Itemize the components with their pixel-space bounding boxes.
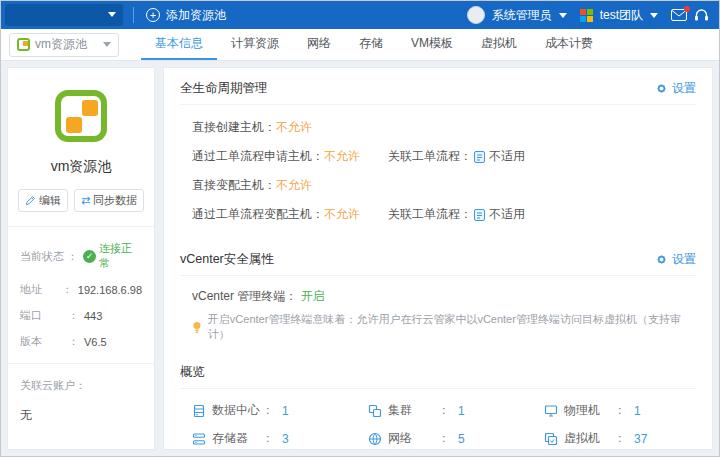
port-value: 443 <box>84 310 102 322</box>
section-title: 概览 <box>180 364 205 381</box>
edit-button[interactable]: 编辑 <box>18 189 68 212</box>
version-row: 版本 ： V6.5 <box>20 334 142 349</box>
vmware-pool-logo <box>55 90 107 142</box>
terminal-tip: 开启vCenter管理终端意味着：允许用户在行云管家中以vCenter管理终端访… <box>192 312 696 342</box>
vm-icon <box>544 432 558 446</box>
overview-count[interactable]: 1 <box>634 404 641 418</box>
divider <box>133 7 134 23</box>
overview-item-network: 网络：5 <box>368 430 544 447</box>
sync-data-button[interactable]: ⇄ 同步数据 <box>74 189 144 212</box>
lifecycle-row: 通过工单流程申请主机：不允许 关联工单流程： 不适用 <box>192 148 696 165</box>
cluster-icon <box>368 404 382 418</box>
storage-icon <box>192 432 206 446</box>
chevron-down-icon[interactable] <box>650 13 658 18</box>
tab-compute[interactable]: 计算资源 <box>217 29 293 60</box>
lifecycle-row: 直接变配主机：不允许 <box>192 177 696 194</box>
policy-value: 不允许 <box>324 148 360 165</box>
overview-count[interactable]: 3 <box>282 432 289 446</box>
overview-count[interactable]: 5 <box>458 432 465 446</box>
policy-value: 不允许 <box>324 206 360 223</box>
address-row: 地址 ： 192.168.6.98 <box>20 282 142 297</box>
pool-mini-icon <box>17 38 30 51</box>
add-pool-label: 添加资源池 <box>166 7 226 24</box>
team-icon <box>580 9 593 22</box>
security-settings-button[interactable]: 设置 <box>655 251 696 268</box>
pool-selector-value: vm资源池 <box>35 36 98 53</box>
overview-grid: 数据中心：1 集群：1 物理机：1 存储器：3 <box>192 402 696 450</box>
page-body: vm资源池 编辑 ⇄ 同步数据 当前状态 ： ✓ 连接正常 地址 <box>1 61 719 456</box>
add-pool-button[interactable]: + 添加资源池 <box>146 7 226 24</box>
team-menu[interactable]: test团队 <box>600 7 643 24</box>
navbar: vm资源池 基本信息 计算资源 网络 存储 VM模板 虚拟机 成本计费 <box>1 29 719 61</box>
workflow-value: 不适用 <box>489 206 525 223</box>
datacenter-icon <box>192 404 206 418</box>
vcenter-security-section: vCenter安全属性 设置 vCenter 管理终端： 开启 开启vCente… <box>180 243 696 352</box>
app-window: + 添加资源池 系统管理员 test团队 vm资源池 <box>0 0 720 457</box>
plus-circle-icon: + <box>146 8 160 22</box>
cloud-account-value: 无 <box>20 407 142 424</box>
lifecycle-row: 通过工单流程变配主机：不允许 关联工单流程： 不适用 <box>192 206 696 223</box>
pencil-icon <box>25 195 36 206</box>
overview-item-cluster: 集群：1 <box>368 402 544 419</box>
workflow-value: 不适用 <box>489 148 525 165</box>
sync-icon: ⇄ <box>81 194 90 207</box>
tab-storage[interactable]: 存储 <box>345 29 397 60</box>
status-row: 当前状态 ： ✓ 连接正常 <box>20 241 142 271</box>
topbar: + 添加资源池 系统管理员 test团队 <box>1 1 719 29</box>
overview-item-vm: 虚拟机：37 <box>544 430 713 447</box>
notifications-button[interactable] <box>671 9 687 21</box>
main-panel: 全生命周期管理 设置 直接创建主机：不允许 通过工单流程申请主机：不允许 关联工… <box>163 67 713 450</box>
chevron-down-icon[interactable] <box>559 13 567 18</box>
terminal-status: 开启 <box>301 289 325 303</box>
gear-icon <box>655 253 668 266</box>
cloud-account-label: 关联云账户： <box>20 378 142 393</box>
lifecycle-section: 全生命周期管理 设置 直接创建主机：不允许 通过工单流程申请主机：不允许 关联工… <box>180 72 696 239</box>
overview-count[interactable]: 37 <box>634 432 647 446</box>
overview-section: 概览 数据中心：1 集群：1 <box>180 356 696 450</box>
overview-count[interactable]: 1 <box>282 404 289 418</box>
workspace-selector[interactable] <box>5 4 123 26</box>
pool-selector[interactable]: vm资源池 <box>9 33 119 57</box>
user-menu[interactable]: 系统管理员 <box>492 7 552 24</box>
lightbulb-icon <box>192 321 202 334</box>
chevron-down-icon <box>103 42 111 47</box>
lifecycle-settings-button[interactable]: 设置 <box>655 80 696 97</box>
topbar-right: 系统管理员 test团队 <box>467 6 709 24</box>
tab-bar: 基本信息 计算资源 网络 存储 VM模板 虚拟机 成本计费 <box>141 29 607 60</box>
sidebar-actions: 编辑 ⇄ 同步数据 <box>20 189 142 212</box>
pool-sidebar: vm资源池 编辑 ⇄ 同步数据 当前状态 ： ✓ 连接正常 地址 <box>7 67 155 450</box>
check-circle-icon: ✓ <box>83 250 96 263</box>
overview-item-storage: 存储器：3 <box>192 430 368 447</box>
gear-icon <box>655 82 668 95</box>
tab-network[interactable]: 网络 <box>293 29 345 60</box>
overview-item-datacenter: 数据中心：1 <box>192 402 368 419</box>
status-value: 连接正常 <box>99 241 142 271</box>
notification-badge <box>684 6 690 12</box>
pool-title: vm资源池 <box>20 158 142 176</box>
tab-vm-template[interactable]: VM模板 <box>397 29 467 60</box>
lifecycle-row: 直接创建主机：不允许 <box>192 119 696 136</box>
chevron-down-icon <box>108 12 116 17</box>
divider <box>8 226 154 227</box>
overview-item-host: 物理机：1 <box>544 402 713 419</box>
network-icon <box>368 432 382 446</box>
avatar <box>467 6 485 24</box>
workflow-doc-icon <box>474 151 485 163</box>
version-value: V6.5 <box>84 336 107 348</box>
overview-count[interactable]: 1 <box>458 404 465 418</box>
policy-value: 不允许 <box>276 119 312 136</box>
headset-icon <box>694 8 709 22</box>
terminal-row: vCenter 管理终端： 开启 <box>192 288 696 305</box>
tab-vm[interactable]: 虚拟机 <box>467 29 531 60</box>
section-title: 全生命周期管理 <box>180 80 268 97</box>
tab-basic-info[interactable]: 基本信息 <box>141 29 217 60</box>
policy-value: 不允许 <box>276 177 312 194</box>
tab-billing[interactable]: 成本计费 <box>531 29 607 60</box>
address-value: 192.168.6.98 <box>78 284 142 296</box>
physical-host-icon <box>544 404 558 418</box>
workflow-doc-icon <box>474 209 485 221</box>
section-title: vCenter安全属性 <box>180 251 274 268</box>
port-row: 端口 ： 443 <box>20 308 142 323</box>
support-button[interactable] <box>694 8 709 22</box>
divider <box>8 363 154 364</box>
